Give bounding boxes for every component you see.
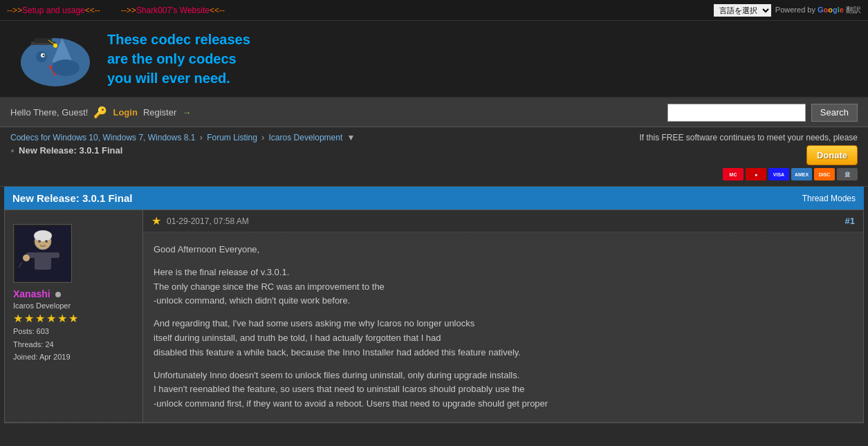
discover-icon: DISC [814,168,835,180]
mastercard-icon: MC [723,168,744,180]
section-dropdown[interactable]: ▼ [347,133,355,142]
donate-button[interactable]: Donate [806,145,858,165]
user-role: Icaros Developer [13,301,134,310]
breadcrumb-left: Codecs for Windows 10, Windows 7, Window… [10,133,357,156]
user-stats: Posts: 603 Threads: 24 Joined: Apr 2019 [13,325,134,364]
shark-link-text[interactable]: Shark007's Website [136,6,210,15]
register-link[interactable]: Register [143,107,176,118]
nav-left: Hello There, Guest! 🔑 Login Register → [10,106,191,119]
bank-icon: 🏦 [837,168,858,180]
thread-header: New Release: 3.0.1 Final Thread Modes [4,187,864,210]
search-button[interactable]: Search [811,104,858,122]
card2-icon: ● [746,168,766,180]
thread-count: Threads: 24 [13,338,134,351]
username-display: Xanashi [13,288,134,299]
svg-rect-18 [50,252,59,258]
avatar [13,224,72,283]
join-date: Joined: Apr 2019 [13,351,134,364]
donate-description: If this FREE software continues to meet … [640,133,858,142]
post-row: Xanashi Icaros Developer ★★★★★★ Posts: 6… [5,210,863,422]
setup-link-text[interactable]: Setup and usage [22,6,85,15]
breadcrumb-section[interactable]: Icaros Development [269,133,343,142]
payment-icons: MC ● VISA AMEX DISC 🏦 [723,168,858,180]
arrow1: -->> [7,6,22,15]
post-meta-left: ★ 01-29-2017, 07:58 AM [151,214,249,227]
thread-title-bar: ● New Release: 3.0.1 Final [10,145,357,156]
post-date: 01-29-2017, 07:58 AM [167,216,249,226]
post-para-2: Here is the final release of v.3.0.1. Th… [154,266,853,308]
post-number: #1 [845,216,855,226]
register-arrow: → [182,107,191,118]
arrow2: -->> [121,6,136,15]
nav-bar: Hello There, Guest! 🔑 Login Register → S… [0,98,868,127]
thread-modes[interactable]: Thread Modes [802,194,856,203]
setup-link[interactable]: -->>Setup and usage<<-- [7,6,100,15]
greeting-text: Hello There, Guest! [10,107,88,118]
tagline: These codec releases are the only codecs… [107,30,250,88]
thread-title-breadcrumb: New Release: 3.0.1 Final [19,145,122,156]
post-container: Xanashi Icaros Developer ★★★★★★ Posts: 6… [4,210,864,423]
svg-point-10 [52,59,80,76]
site-header: These codec releases are the only codecs… [0,21,868,98]
username[interactable]: Xanashi [13,288,50,299]
post-content-area: ★ 01-29-2017, 07:58 AM #1 Good Afternoon… [143,210,863,422]
svg-point-8 [53,44,57,48]
svg-point-19 [23,254,30,261]
login-link[interactable]: Login [113,107,137,118]
breadcrumb-sep1: › [200,133,205,142]
amex-icon: AMEX [791,168,812,180]
user-info: Xanashi Icaros Developer ★★★★★★ Posts: 6… [5,210,143,422]
online-indicator [55,292,61,297]
nav-right: Search [667,104,858,122]
post-count: Posts: 603 [13,325,134,338]
breadcrumb-home[interactable]: Codecs for Windows 10, Windows 7, Window… [10,133,195,142]
google-translate: 言語を選択 Powered by Google 翻訳 [714,4,861,17]
search-input[interactable] [667,104,806,122]
donate-area: If this FREE software continues to meet … [640,133,858,180]
breadcrumb-area: Codecs for Windows 10, Windows 7, Window… [0,127,868,187]
thread-header-title: New Release: 3.0.1 Final [12,192,132,204]
breadcrumb: Codecs for Windows 10, Windows 7, Window… [10,133,357,142]
svg-point-15 [45,240,48,243]
powered-by-text: Powered by Google 翻訳 [775,5,861,15]
top-bar: -->>Setup and usage<<-- -->>Shark007's W… [0,0,868,21]
shark-svg [14,28,97,90]
key-icon: 🔑 [93,106,107,119]
shark-logo [14,28,97,90]
post-para-3: And regarding that, I've had some users … [154,317,853,360]
post-para-4: Unfortunately Inno doesn't seem to unloc… [154,369,853,411]
svg-point-14 [38,240,41,243]
language-select[interactable]: 言語を選択 [714,4,771,17]
top-links: -->>Setup and usage<<-- -->>Shark007's W… [7,6,225,15]
breadcrumb-forum[interactable]: Forum Listing [207,133,257,142]
svg-rect-16 [35,252,51,270]
breadcrumb-sep2: › [261,133,266,142]
avatar-svg [15,226,71,281]
svg-point-4 [43,55,45,57]
thread-bullet: ● [10,147,15,154]
post-meta: ★ 01-29-2017, 07:58 AM #1 [143,210,863,232]
post-body: Good Afternoon Everyone, Here is the fin… [143,232,863,422]
user-stars: ★★★★★★ [13,312,134,325]
svg-point-13 [34,230,52,241]
visa-icon: VISA [768,168,789,180]
post-star-icon: ★ [151,214,161,227]
shark-link[interactable]: -->>Shark007's Website<<-- [121,6,225,15]
post-para-1: Good Afternoon Everyone, [154,243,853,257]
logo-area: These codec releases are the only codecs… [14,28,250,90]
